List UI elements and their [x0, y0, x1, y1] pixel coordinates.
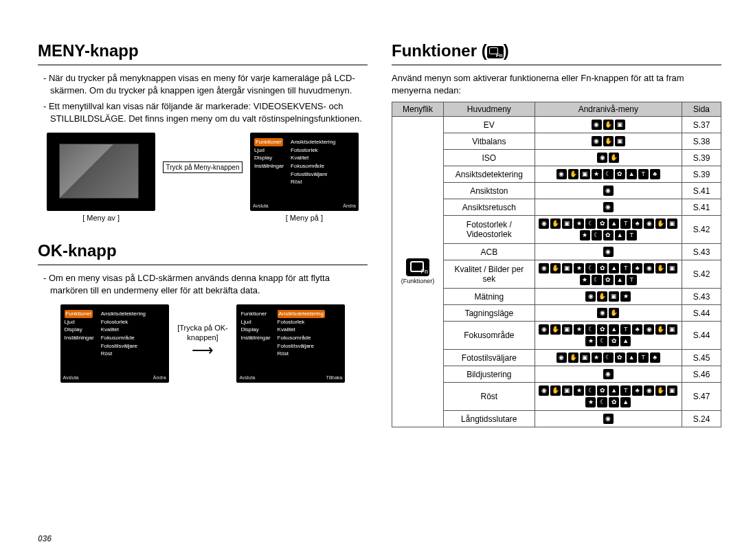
para-ok: - Om en meny visas på LCD-skärmen använd… — [38, 272, 368, 296]
mode-icon: ☾ — [585, 324, 596, 335]
page-number: 036 — [38, 534, 52, 544]
mode-icon: ♣ — [650, 352, 660, 363]
andraniva-cell: ◉✋▣★☾✿▲T♣ — [535, 350, 682, 366]
mode-icon: ◉ — [644, 324, 654, 335]
page-cell: S.38 — [682, 133, 721, 150]
para-fn: Använd menyn som aktiverar funktionerna … — [392, 72, 721, 96]
page-cell: S.42 — [682, 216, 721, 244]
mode-icon: ▣ — [562, 385, 572, 396]
page-cell: S.41 — [682, 199, 721, 216]
press-menu-label: Tryck på Meny-knappen — [163, 161, 243, 173]
mode-icon: ◉ — [644, 385, 654, 396]
mode-icon: ▣ — [562, 324, 572, 335]
huvudmeny-cell: ACB — [444, 244, 535, 260]
mode-icon: ☾ — [597, 397, 607, 407]
mode-icon: ▣ — [562, 263, 572, 273]
mode-icon: ✋ — [603, 136, 614, 146]
lcd-menu-off — [47, 133, 155, 211]
mode-icon: ▲ — [627, 169, 637, 179]
lcd-exit: Avsluta — [253, 203, 269, 208]
mode-icon: ✿ — [609, 336, 619, 346]
andraniva-cell: ◉ — [535, 366, 682, 383]
mode-icon: ☾ — [597, 336, 607, 346]
mode-icon: ☾ — [603, 169, 614, 179]
mode-icon: ✿ — [597, 324, 607, 335]
mode-icon: ✋ — [655, 263, 666, 273]
mode-icon: T — [638, 352, 649, 363]
mode-icon: ☾ — [603, 352, 614, 363]
mode-icon: ▣ — [615, 120, 625, 130]
mode-icon: ◉ — [644, 219, 654, 229]
mode-icon: ◉ — [597, 153, 607, 163]
mode-icon: ✋ — [550, 219, 561, 229]
mode-icon: ★ — [592, 352, 602, 363]
mode-icon: ☾ — [585, 219, 596, 229]
andraniva-cell: ◉✋▣ — [535, 133, 682, 150]
mode-icon: ◉ — [556, 352, 567, 363]
lcd-menu-on: FunktionerLjudDisplayInställningar Ansik… — [250, 133, 359, 211]
manual-page: MENY-knapp - När du trycker på menyknapp… — [0, 0, 742, 560]
page-cell: S.41 — [682, 183, 721, 199]
lcd-ok-before: FunktionerLjudDisplayInställningar Ansik… — [60, 304, 169, 383]
huvudmeny-cell: Ansiktsretusch — [444, 199, 535, 216]
huvudmeny-cell: Ansiktston — [444, 183, 535, 199]
mode-icon: ▣ — [609, 291, 619, 302]
mode-icon: ◉ — [539, 219, 549, 229]
mode-icon: ☾ — [585, 385, 596, 396]
mode-icon: ✋ — [655, 219, 666, 229]
mode-icon: ♣ — [650, 169, 660, 179]
mode-icon: ★ — [574, 263, 584, 273]
huvudmeny-cell: Ansiktsdetektering — [444, 166, 535, 183]
mode-icon: ◉ — [585, 291, 596, 302]
mode-icon: ◉ — [597, 308, 607, 318]
mode-icon: ✋ — [655, 385, 666, 396]
mode-icon: ★ — [580, 230, 590, 240]
mode-icon: ◉ — [603, 369, 614, 379]
mode-icon: ▲ — [627, 352, 637, 363]
divider — [392, 65, 721, 65]
th-menyflik: Menyflik — [392, 102, 444, 117]
right-column: Funktioner () Använd menyn som aktiverar… — [392, 41, 721, 427]
mode-icon: ▣ — [667, 263, 677, 273]
mode-icon: ★ — [620, 291, 631, 302]
mode-icon: ▣ — [615, 136, 625, 146]
mode-icon: T — [627, 275, 637, 285]
mode-icon: ✋ — [550, 385, 561, 396]
huvudmeny-cell: Vitbalans — [444, 133, 535, 150]
mode-icon: ▣ — [580, 352, 590, 363]
mode-icon: ♣ — [632, 324, 642, 335]
mode-icon: ▣ — [667, 219, 677, 229]
huvudmeny-cell: Fotostilsväljare — [444, 350, 535, 366]
mode-icon: T — [620, 324, 631, 335]
menyflik-cell: (Funktioner) — [392, 117, 444, 427]
mode-icon: ✿ — [615, 352, 625, 363]
page-cell: S.42 — [682, 260, 721, 289]
para-meny-1: - När du trycker på menyknappen visas en… — [38, 72, 368, 96]
mode-icon: ✿ — [597, 219, 607, 229]
mode-icon: ▲ — [609, 324, 619, 335]
mode-icon: ✿ — [615, 169, 625, 179]
mode-icon: ✿ — [609, 397, 619, 407]
mode-icon: ★ — [574, 219, 584, 229]
mode-icon: ◉ — [592, 136, 602, 146]
page-cell: S.47 — [682, 383, 721, 411]
mode-icon: ◉ — [603, 414, 614, 424]
mode-icon: ◉ — [603, 202, 614, 212]
mode-icon: ✋ — [655, 324, 666, 335]
mode-icon: ♣ — [632, 385, 642, 396]
caption-menu-on: [ Meny på ] — [250, 214, 359, 222]
mode-icon: ▲ — [615, 230, 625, 240]
mode-icon: ✿ — [597, 263, 607, 273]
andraniva-cell: ◉✋▣ — [535, 117, 682, 133]
mode-icon: ♣ — [632, 263, 642, 273]
mode-icon: ✋ — [603, 120, 614, 130]
caption-menu-off: [ Meny av ] — [47, 214, 155, 222]
table-row: (Funktioner)EV◉✋▣S.37 — [392, 117, 721, 133]
th-andraniva: Andranivå-meny — [535, 102, 682, 117]
heading-funktioner: Funktioner () — [392, 41, 721, 60]
andraniva-cell: ◉ — [535, 183, 682, 199]
mode-icon: ✋ — [597, 291, 607, 302]
huvudmeny-cell: ISO — [444, 150, 535, 166]
th-huvudmeny: Huvudmeny — [444, 102, 535, 117]
menyflik-label: (Funktioner) — [396, 278, 440, 285]
